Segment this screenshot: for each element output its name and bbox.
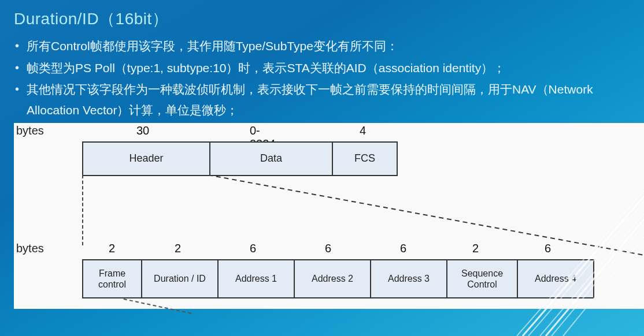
- box-address4: Address 4: [518, 259, 594, 298]
- bullet-item: 其他情况下该字段作为一种载波侦听机制，表示接收下一帧之前需要保持的时间间隔，用于…: [27, 79, 630, 120]
- box-frame-control: Frame control: [82, 259, 142, 298]
- box-sequence-control: Sequence Control: [447, 259, 518, 298]
- size-a4: 6: [545, 242, 551, 255]
- dashed-expansion-line: [208, 175, 644, 256]
- bullet-list: 所有Control帧都使用该字段，其作用随Type/SubType变化有所不同：…: [14, 36, 630, 121]
- frame-structure-diagram: bytes bytes 30 0-2324 4 Header Data FCS …: [14, 123, 644, 309]
- slide: Duration/ID（16bit） 所有Control帧都使用该字段，其作用随…: [0, 0, 644, 309]
- box-duration-id: Duration / ID: [142, 259, 219, 298]
- size-a3: 6: [400, 242, 406, 255]
- size-a1: 6: [250, 242, 256, 255]
- dashed-guide-left: [82, 175, 83, 245]
- size-dur: 2: [175, 242, 181, 255]
- svg-line-0: [208, 175, 644, 256]
- bytes-label-bottom: bytes: [16, 242, 44, 255]
- bytes-label-top: bytes: [16, 124, 44, 137]
- size-fc: 2: [109, 242, 115, 255]
- header-fields-row: Frame control Duration / ID Address 1 Ad…: [82, 259, 594, 297]
- box-address1: Address 1: [219, 259, 295, 298]
- bullet-item: 帧类型为PS Poll（type:1, subtype:10）时，表示STA关联…: [27, 58, 630, 79]
- box-header: Header: [82, 141, 210, 176]
- top-frame-row: Header Data FCS: [82, 141, 398, 175]
- size-a2: 6: [325, 242, 331, 255]
- box-address3: Address 3: [371, 259, 447, 298]
- box-data: Data: [210, 141, 333, 176]
- size-seq: 2: [472, 242, 479, 255]
- box-address2: Address 2: [295, 259, 371, 298]
- size-header: 30: [136, 124, 149, 137]
- slide-title: Duration/ID（16bit）: [14, 8, 630, 30]
- size-fcs: 4: [360, 124, 366, 137]
- bullet-item: 所有Control帧都使用该字段，其作用随Type/SubType变化有所不同：: [27, 36, 630, 57]
- dashed-trail-line: [124, 298, 192, 314]
- box-fcs: FCS: [333, 141, 398, 176]
